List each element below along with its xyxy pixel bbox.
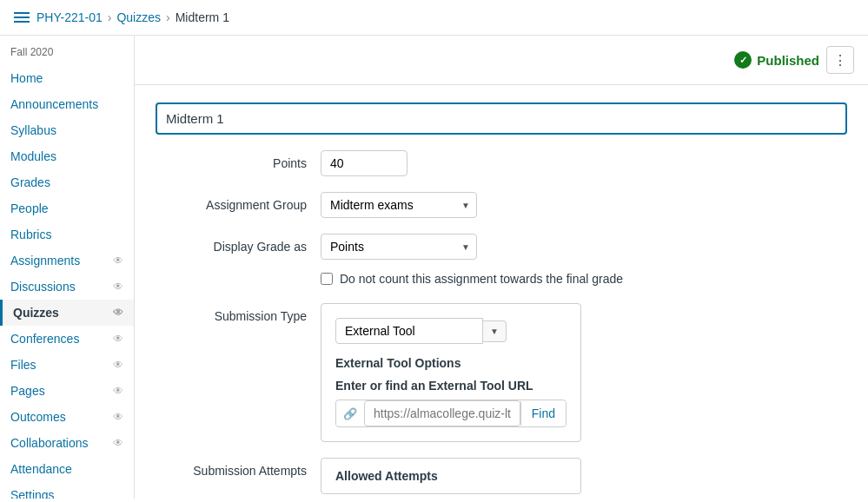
no-count-checkbox-row: Do not count this assignment towards the… — [321, 272, 847, 286]
visibility-icon-quizzes: 👁 — [113, 307, 123, 319]
points-row: Points — [156, 150, 847, 176]
submission-select-row: External Tool No Submission Online On Pa… — [335, 318, 567, 344]
submission-type-select[interactable]: External Tool No Submission Online On Pa… — [335, 318, 483, 344]
submission-attempts-control: Allowed Attempts — [321, 458, 847, 494]
visibility-icon-discussions: 👁 — [113, 281, 123, 293]
dropdown-arrow-icon: ▼ — [483, 320, 507, 342]
breadcrumb-current: Midterm 1 — [176, 10, 229, 24]
submission-attempts-row: Submission Attempts Allowed Attempts — [156, 458, 847, 494]
sidebar-item-assignments[interactable]: Assignments👁 — [0, 248, 134, 274]
check-icon: ✓ — [734, 51, 752, 69]
published-label: Published — [757, 53, 819, 68]
form-area: Points Assignment Group Midterm exams As… — [135, 85, 868, 499]
sidebar-item-pages[interactable]: Pages👁 — [0, 378, 134, 404]
attempts-box: Allowed Attempts — [321, 458, 581, 494]
submission-type-row: Submission Type External Tool No Submiss… — [156, 303, 847, 442]
no-count-label: Do not count this assignment towards the… — [340, 272, 623, 286]
display-grade-control: Points Percentage Letter Grade GPA Scale… — [321, 234, 847, 260]
breadcrumb-sep2: › — [166, 10, 170, 24]
points-label: Points — [156, 150, 321, 170]
hamburger-menu-icon[interactable] — [14, 12, 30, 23]
display-grade-row: Display Grade as Points Percentage Lette… — [156, 234, 847, 260]
submission-type-control: External Tool No Submission Online On Pa… — [321, 303, 847, 442]
url-input-row: 🔗 Find — [335, 400, 567, 427]
sidebar-item-modules[interactable]: Modules — [0, 143, 134, 169]
breadcrumb-course[interactable]: PHY-221-01 — [36, 10, 103, 24]
link-icon: 🔗 — [336, 402, 364, 426]
submission-box: External Tool No Submission Online On Pa… — [321, 303, 581, 442]
visibility-icon-pages: 👁 — [113, 385, 123, 397]
sidebar-item-conferences[interactable]: Conferences👁 — [0, 326, 134, 352]
assignment-group-select[interactable]: Midterm exams Assignments Quizzes Extra … — [321, 192, 477, 218]
visibility-icon: 👁 — [113, 254, 123, 267]
published-badge: ✓ Published — [734, 51, 819, 69]
visibility-icon-conferences: 👁 — [113, 333, 123, 345]
submission-type-label: Submission Type — [156, 303, 321, 323]
sidebar-item-people[interactable]: People — [0, 195, 134, 221]
main-header: ✓ Published ⋮ — [135, 36, 868, 85]
kebab-menu-button[interactable]: ⋮ — [826, 46, 854, 74]
breadcrumb: PHY-221-01 › Quizzes › Midterm 1 — [36, 10, 229, 24]
assignment-group-row: Assignment Group Midterm exams Assignmen… — [156, 192, 847, 218]
ext-tool-options-title: External Tool Options — [335, 356, 567, 370]
assignment-group-select-wrapper: Midterm exams Assignments Quizzes Extra … — [321, 192, 477, 218]
sidebar-item-collaborations[interactable]: Collaborations👁 — [0, 430, 134, 456]
sidebar-item-home[interactable]: Home — [0, 65, 134, 91]
no-count-checkbox[interactable] — [321, 273, 333, 285]
sidebar-item-attendance[interactable]: Attendance — [0, 456, 134, 482]
topbar: PHY-221-01 › Quizzes › Midterm 1 — [0, 0, 868, 36]
url-input[interactable] — [364, 400, 520, 426]
display-grade-select[interactable]: Points Percentage Letter Grade GPA Scale… — [321, 234, 477, 260]
find-button[interactable]: Find — [520, 401, 566, 426]
display-grade-label: Display Grade as — [156, 234, 321, 254]
sidebar: Fall 2020 Home Announcements Syllabus Mo… — [0, 36, 135, 499]
visibility-icon-outcomes: 👁 — [113, 411, 123, 423]
sidebar-item-announcements[interactable]: Announcements — [0, 91, 134, 117]
sidebar-item-rubrics[interactable]: Rubrics — [0, 221, 134, 248]
sidebar-item-outcomes[interactable]: Outcomes👁 — [0, 404, 134, 430]
sidebar-item-grades[interactable]: Grades — [0, 169, 134, 195]
sidebar-term: Fall 2020 — [0, 43, 134, 65]
allowed-attempts-title: Allowed Attempts — [335, 469, 567, 483]
display-grade-select-wrapper: Points Percentage Letter Grade GPA Scale… — [321, 234, 477, 260]
ext-tool-url-label: Enter or find an External Tool URL — [335, 379, 567, 393]
assignment-group-control: Midterm exams Assignments Quizzes Extra … — [321, 192, 847, 218]
breadcrumb-sep1: › — [108, 10, 112, 24]
assignment-group-label: Assignment Group — [156, 192, 321, 212]
breadcrumb-quizzes[interactable]: Quizzes — [116, 10, 161, 24]
title-input[interactable] — [156, 102, 847, 135]
main-content: ✓ Published ⋮ Points Assignment Group — [135, 36, 868, 499]
visibility-icon-collaborations: 👁 — [113, 437, 123, 449]
sidebar-item-settings[interactable]: Settings — [0, 482, 134, 499]
sidebar-item-syllabus[interactable]: Syllabus — [0, 117, 134, 143]
points-control — [321, 150, 847, 176]
points-input[interactable] — [321, 150, 407, 176]
submission-attempts-label: Submission Attempts — [156, 458, 321, 478]
sidebar-item-discussions[interactable]: Discussions👁 — [0, 274, 134, 300]
sidebar-item-quizzes[interactable]: Quizzes👁 — [0, 300, 134, 326]
visibility-icon-files: 👁 — [113, 359, 123, 371]
sidebar-item-files[interactable]: Files👁 — [0, 352, 134, 378]
